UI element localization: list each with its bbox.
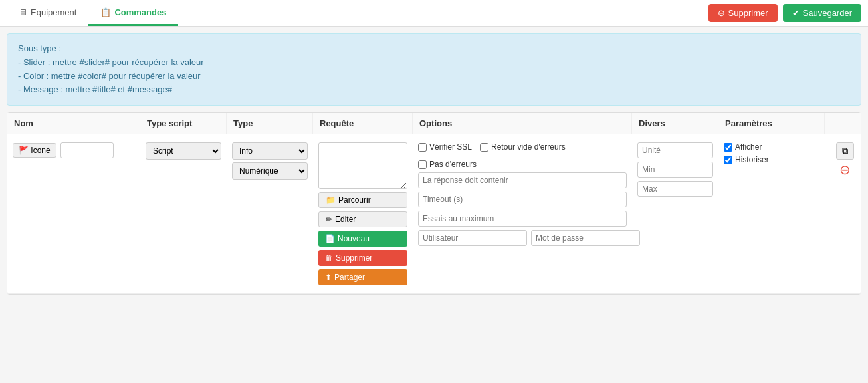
unite-input[interactable]	[637, 142, 713, 158]
commands-table: Nom Type script Type Requête Options Div…	[7, 112, 861, 295]
header-options: Options	[413, 113, 632, 134]
editer-label: Editer	[335, 215, 356, 224]
supprimer-row-label: Supprimer	[336, 253, 372, 263]
copy-button[interactable]: ⧉	[836, 142, 854, 160]
parcourir-button[interactable]: 📁 Parcourir	[318, 192, 407, 208]
essais-input[interactable]	[418, 211, 627, 227]
min-input[interactable]	[637, 162, 713, 178]
parametres-cell: Afficher Historiser	[718, 140, 825, 167]
afficher-label[interactable]: Afficher	[724, 142, 819, 152]
requete-cell: 📁 Parcourir ✏ Editer 📄 Nouveau 🗑 Supprim…	[313, 140, 413, 288]
tab-commandes[interactable]: 📋 Commandes	[88, 1, 178, 26]
commandes-icon: 📋	[100, 7, 111, 17]
retour-vide-text: Retour vide d'erreurs	[491, 142, 566, 152]
tab-equipement[interactable]: 🖥 Equipement	[7, 1, 88, 26]
type2-select[interactable]: Numérique Texte Binaire	[232, 162, 308, 180]
typescript-cell: Script PHP Bash	[140, 140, 227, 162]
info-line1: Sous type :	[18, 42, 850, 56]
max-input[interactable]	[637, 181, 713, 197]
retour-vide-label[interactable]: Retour vide d'erreurs	[480, 142, 566, 152]
editer-button[interactable]: ✏ Editer	[318, 211, 407, 227]
nouveau-icon: 📄	[325, 234, 335, 243]
delete-icon: ⊖	[718, 8, 725, 18]
verifier-ssl-checkbox[interactable]	[418, 143, 427, 152]
partager-label: Partager	[334, 273, 365, 282]
remove-icon: ⊖	[839, 162, 851, 177]
partager-icon: ⬆	[325, 273, 332, 282]
tabs-right: ⊖ Supprimer ✔ Sauvegarder	[708, 0, 861, 26]
options-cell: Vérifier SSL Retour vide d'erreurs Pas d…	[413, 140, 632, 249]
nom-cell: 🚩 Icone	[7, 140, 140, 161]
supprimer-row-icon: 🗑	[325, 253, 333, 263]
header-requete: Requête	[313, 113, 413, 134]
nom-input[interactable]	[60, 142, 114, 158]
nouveau-label: Nouveau	[338, 234, 370, 243]
retour-vide-checkbox[interactable]	[480, 143, 488, 152]
auth-row	[418, 230, 627, 246]
info-line3: - Color : mettre #color# pour récupérer …	[18, 70, 850, 84]
type1-select[interactable]: Info Action Slider Color Message	[232, 142, 308, 160]
actions-cell: ⧉ ⊖	[825, 140, 865, 179]
delete-label: Supprimer	[728, 8, 768, 18]
pas-erreurs-checkbox[interactable]	[418, 160, 427, 169]
header-nom: Nom	[7, 113, 140, 134]
header-type: Type	[227, 113, 313, 134]
save-icon: ✔	[792, 8, 800, 18]
table-row: 🚩 Icone Script PHP Bash Info Action Slid…	[7, 134, 861, 294]
save-button[interactable]: ✔ Sauvegarder	[783, 4, 861, 22]
header-divers: Divers	[632, 113, 718, 134]
type-cell: Info Action Slider Color Message Numériq…	[227, 140, 313, 182]
requete-textarea[interactable]	[318, 142, 407, 189]
table-header: Nom Type script Type Requête Options Div…	[7, 113, 861, 134]
icone-label: 🚩 Icone	[19, 146, 51, 155]
verifier-ssl-label[interactable]: Vérifier SSL	[418, 142, 472, 152]
save-label: Sauvegarder	[803, 8, 852, 18]
equipement-icon: 🖥	[19, 7, 27, 17]
header-typescript: Type script	[140, 113, 227, 134]
parcourir-label: Parcourir	[338, 195, 371, 205]
utilisateur-input[interactable]	[418, 230, 527, 246]
header-parametres: Paramètres	[718, 113, 825, 134]
timeout-input[interactable]	[418, 192, 627, 207]
historiser-checkbox[interactable]	[724, 156, 732, 164]
supprimer-row-button[interactable]: 🗑 Supprimer	[318, 250, 407, 266]
nouveau-button[interactable]: 📄 Nouveau	[318, 231, 407, 247]
copy-icon: ⧉	[842, 146, 848, 156]
afficher-checkbox[interactable]	[724, 143, 732, 152]
delete-button[interactable]: ⊖ Supprimer	[708, 4, 778, 22]
verifier-ssl-text: Vérifier SSL	[429, 142, 472, 152]
partager-button[interactable]: ⬆ Partager	[318, 269, 407, 285]
reponse-input[interactable]	[418, 172, 627, 188]
divers-cell	[632, 140, 718, 199]
tabs-left: 🖥 Equipement 📋 Commandes	[7, 1, 178, 26]
historiser-text: Historiser	[735, 155, 769, 164]
tab-commandes-label: Commandes	[114, 7, 166, 17]
tab-equipement-label: Equipement	[31, 7, 76, 17]
info-box: Sous type : - Slider : mettre #slider# p…	[7, 33, 861, 106]
typescript-select[interactable]: Script PHP Bash	[146, 142, 221, 160]
info-line4: - Message : mettre #title# et #message#	[18, 83, 850, 97]
options-checkboxes: Vérifier SSL Retour vide d'erreurs Pas d…	[418, 142, 627, 169]
parcourir-icon: 📁	[326, 195, 336, 205]
icone-button[interactable]: 🚩 Icone	[13, 143, 56, 158]
tabs-bar: 🖥 Equipement 📋 Commandes ⊖ Supprimer ✔ S…	[0, 0, 868, 27]
remove-button[interactable]: ⊖	[839, 163, 851, 176]
pas-erreurs-text: Pas d'erreurs	[429, 160, 477, 169]
pas-erreurs-label[interactable]: Pas d'erreurs	[418, 160, 477, 169]
editer-icon: ✏	[326, 215, 332, 224]
historiser-label[interactable]: Historiser	[724, 155, 819, 164]
afficher-text: Afficher	[735, 142, 762, 152]
mdp-input[interactable]	[531, 230, 640, 246]
header-actions	[825, 113, 865, 134]
info-line2: - Slider : mettre #slider# pour récupére…	[18, 56, 850, 70]
